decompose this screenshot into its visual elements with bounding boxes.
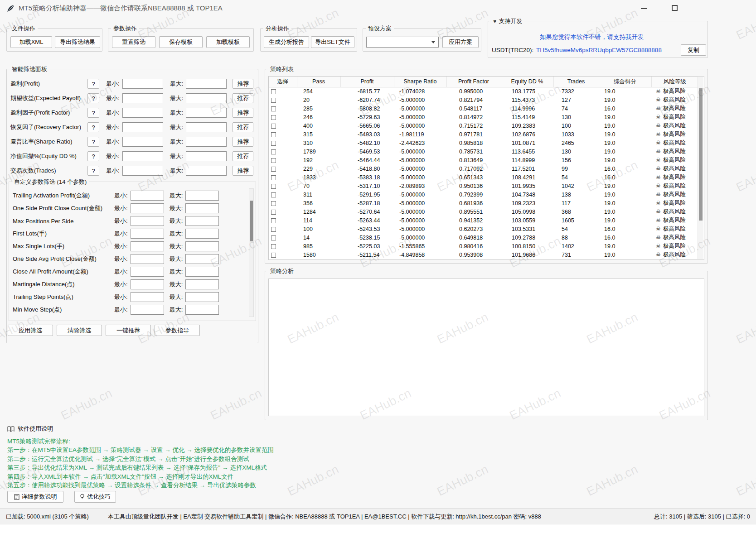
metric-recommend-button[interactable]: 推荐: [233, 137, 253, 147]
custom-scrollbar[interactable]: [249, 188, 254, 317]
metric-min-input[interactable]: [122, 93, 163, 103]
filter-action-button[interactable]: 一键推荐: [106, 325, 151, 336]
row-checkbox[interactable]: [271, 244, 276, 249]
row-checkbox[interactable]: [271, 141, 276, 146]
export-results-button[interactable]: 导出筛选结果: [55, 36, 100, 48]
metric-help-button[interactable]: ?: [87, 108, 99, 118]
column-header[interactable]: Pass: [297, 77, 340, 87]
detail-params-button[interactable]: 详细参数说明: [7, 491, 63, 503]
reset-filter-button[interactable]: 重置筛选: [112, 36, 155, 48]
metric-min-input[interactable]: [122, 151, 163, 161]
custom-min-input[interactable]: [131, 292, 164, 302]
load-template-button[interactable]: 加载模板: [206, 36, 250, 48]
strategy-row[interactable]: 315 -5493.03 -1.981119 0.971781 102.6876…: [269, 130, 698, 139]
strategy-row[interactable]: 285 -5808.82 -5.000000 0.548117 114.9996…: [269, 104, 698, 113]
metric-recommend-button[interactable]: 推荐: [233, 122, 253, 132]
custom-min-input[interactable]: [131, 191, 164, 201]
row-checkbox[interactable]: [271, 106, 276, 111]
metric-max-input[interactable]: [186, 151, 227, 161]
metric-min-input[interactable]: [122, 108, 163, 118]
metric-help-button[interactable]: ?: [87, 151, 99, 161]
metric-min-input[interactable]: [122, 79, 163, 89]
filter-action-button[interactable]: 参数指导: [155, 325, 200, 336]
apply-preset-button[interactable]: 应用方案: [442, 36, 479, 48]
filter-action-button[interactable]: 清除筛选: [57, 325, 102, 336]
row-checkbox[interactable]: [271, 184, 276, 189]
preset-select[interactable]: [366, 37, 439, 48]
custom-min-input[interactable]: [131, 267, 164, 277]
strategy-row[interactable]: 1284 -5270.64 -5.000000 0.895551 105.099…: [269, 207, 698, 216]
strategy-row[interactable]: 1789 -5469.53 -5.000000 0.785731 113.645…: [269, 147, 698, 156]
row-checkbox[interactable]: [271, 132, 276, 137]
row-checkbox[interactable]: [271, 235, 276, 240]
copy-address-button[interactable]: 复制: [681, 44, 706, 56]
custom-max-input[interactable]: [185, 292, 219, 302]
row-checkbox[interactable]: [271, 192, 276, 197]
metric-help-button[interactable]: ?: [87, 166, 99, 176]
metric-recommend-button[interactable]: 推荐: [233, 93, 253, 103]
column-header[interactable]: Profit Factor: [446, 77, 501, 87]
custom-max-input[interactable]: [185, 267, 219, 277]
metric-help-button[interactable]: ?: [87, 137, 99, 147]
column-header[interactable]: 综合得分: [599, 77, 651, 87]
strategy-row[interactable]: 985 -5225.03 -1.555865 0.980416 100.8150…: [269, 242, 698, 250]
metric-max-input[interactable]: [186, 166, 227, 176]
custom-min-input[interactable]: [131, 203, 164, 213]
custom-max-input[interactable]: [185, 203, 219, 213]
metric-min-input[interactable]: [122, 137, 163, 147]
filter-action-button[interactable]: 应用筛选: [8, 325, 53, 336]
row-checkbox[interactable]: [271, 124, 276, 129]
strategy-row[interactable]: 20 -6207.74 -5.000000 0.821794 115.4373 …: [269, 96, 698, 104]
metric-recommend-button[interactable]: 推荐: [233, 108, 253, 118]
strategy-row[interactable]: 246 -5729.63 -5.000000 0.814972 115.4149…: [269, 113, 698, 121]
metric-max-input[interactable]: [186, 79, 227, 89]
table-scrollbar[interactable]: [698, 77, 703, 259]
strategy-row[interactable]: 114 -5263.44 -5.000000 0.941352 103.0559…: [269, 216, 698, 225]
load-xml-button[interactable]: 加载XML: [10, 36, 52, 48]
custom-min-input[interactable]: [131, 254, 164, 264]
strategy-row[interactable]: 14 -5238.15 -5.000000 0.649818 109.2788 …: [269, 233, 698, 242]
metric-help-button[interactable]: ?: [87, 79, 99, 89]
row-checkbox[interactable]: [271, 115, 276, 120]
export-set-button[interactable]: 导出SET文件: [311, 36, 354, 48]
metric-recommend-button[interactable]: 推荐: [233, 79, 253, 89]
strategy-row[interactable]: 100 -5243.53 -5.000000 0.620273 103.5331…: [269, 225, 698, 233]
row-checkbox[interactable]: [271, 89, 276, 94]
strategy-row[interactable]: 356 -5287.18 -5.000000 0.681936 109.2323…: [269, 199, 698, 207]
custom-max-input[interactable]: [185, 191, 219, 201]
row-checkbox[interactable]: [271, 210, 276, 215]
custom-max-input[interactable]: [185, 254, 219, 264]
custom-min-input[interactable]: [131, 229, 164, 239]
minimize-icon[interactable]: [641, 8, 647, 9]
table-scrollbar-thumb[interactable]: [699, 88, 703, 221]
custom-min-input[interactable]: [131, 305, 164, 315]
row-checkbox[interactable]: [271, 149, 276, 154]
custom-max-input[interactable]: [185, 229, 219, 239]
generate-report-button[interactable]: 生成分析报告: [264, 36, 309, 48]
column-header[interactable]: Equity DD %: [501, 77, 553, 87]
strategy-row[interactable]: 310 -5482.10 -2.442623 0.985818 101.0871…: [269, 139, 698, 147]
strategy-row[interactable]: 1580 -5211.54 -4.849858 0.953908 101.968…: [269, 250, 698, 259]
custom-max-input[interactable]: [185, 216, 219, 226]
row-checkbox[interactable]: [271, 201, 276, 206]
strategy-row[interactable]: 311 -5291.95 -5.000000 0.792399 104.7348…: [269, 190, 698, 199]
custom-scrollbar-thumb[interactable]: [250, 201, 253, 241]
metric-recommend-button[interactable]: 推荐: [233, 166, 253, 176]
strategy-row[interactable]: 1833 -5383.18 -5.000000 0.651343 108.429…: [269, 173, 698, 182]
row-checkbox[interactable]: [271, 227, 276, 232]
strategy-row[interactable]: 254 -6815.77 -1.074028 0.995000 103.1775…: [269, 87, 698, 96]
optimization-tips-button[interactable]: 优化技巧: [74, 491, 116, 503]
column-header[interactable]: Sharpe Ratio: [394, 77, 446, 87]
custom-max-input[interactable]: [185, 241, 219, 251]
column-header[interactable]: 风险等级: [651, 77, 698, 87]
metric-max-input[interactable]: [186, 108, 227, 118]
custom-max-input[interactable]: [185, 279, 219, 289]
strategy-row[interactable]: 70 -5317.10 -2.089893 0.950136 101.9935 …: [269, 182, 698, 190]
save-template-button[interactable]: 保存模板: [159, 36, 203, 48]
column-header[interactable]: Profit: [340, 77, 394, 87]
metric-min-input[interactable]: [122, 166, 163, 176]
row-checkbox[interactable]: [271, 167, 276, 172]
custom-max-input[interactable]: [185, 305, 219, 315]
maximize-icon[interactable]: [672, 5, 678, 11]
custom-min-input[interactable]: [131, 279, 164, 289]
